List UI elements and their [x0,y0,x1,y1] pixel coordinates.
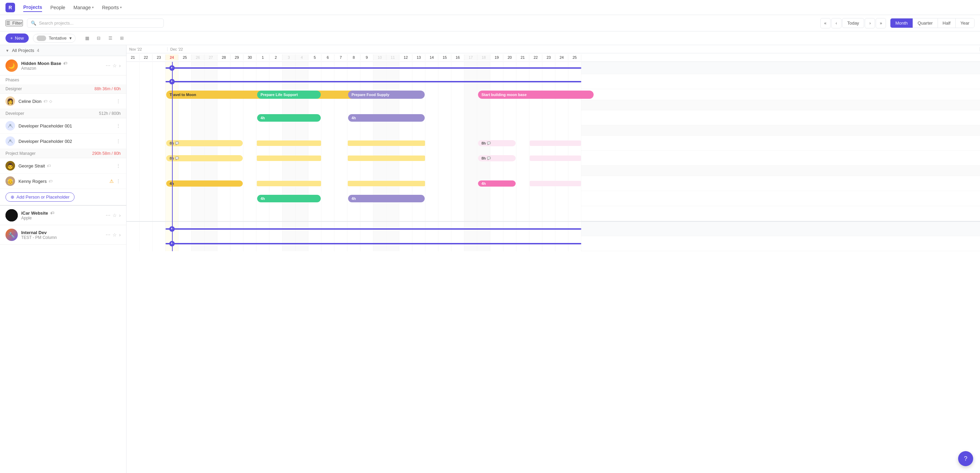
filter-button[interactable]: ☰ Filter [5,20,23,26]
project-row-hidden-moon-base[interactable]: 🌙 Hidden Moon Base 🏷 Amazon ⋯ ☆ › [0,56,126,76]
tab-quarter[interactable]: Quarter [913,19,938,28]
gantt-row: ⚑ [127,62,980,74]
section-designer: Designer 88h 36m / 60h [0,84,126,94]
new-button[interactable]: + New [5,33,29,43]
gantt-row: ⚑ [127,236,980,251]
person-name-dev001: Developer Placeholder 001 [19,123,116,129]
more-icon-george[interactable]: ⋮ [116,163,121,168]
person-name-george: George Strait 🏷 [19,163,116,168]
expand-icon-moon[interactable]: › [119,63,121,68]
day-cell: 2 [269,54,282,60]
expand-icon-icar[interactable]: › [119,213,121,218]
tab-month[interactable]: Month [891,19,913,28]
day-cell: 23 [542,54,555,60]
project-row-icar[interactable]: iCar Website 🏷 Apple ⋯ ☆ › [0,205,126,225]
more-icon-celine[interactable]: ⋮ [116,98,121,104]
person-avatar-kenny: 👴 [5,176,15,186]
nav-reports[interactable]: Reports ▾ [102,3,122,12]
grid-view-icon[interactable]: ⊞ [117,33,127,43]
more-icon-dev001[interactable]: ⋮ [116,123,121,129]
day-cell: 8 [347,54,360,60]
nav-people[interactable]: People [50,3,65,12]
second-toolbar: + New Tentative ▾ ▦ ⊟ ☰ ⊞ [0,32,980,45]
person-row-kenny[interactable]: 👴 Kenny Rogers 🏷 ⚠ ⋮ [0,174,126,189]
project-avatar-moon: 🌙 [5,59,18,72]
day-cell: 26 [191,54,204,60]
logo[interactable]: R [5,3,15,12]
gantt-rows: ⚑ ⚑ Travel to MoonPrepare Life SupportPr… [127,62,980,251]
day-cell: 3 [282,54,296,60]
more-icon-kenny[interactable]: ⋮ [116,178,121,184]
day-cell: 10 [374,54,387,60]
plus-circle-icon: ⊕ [11,194,14,200]
gantt-row [127,166,980,176]
star-icon-internal[interactable]: ☆ [113,232,117,238]
gantt-row [127,100,980,110]
tag-icon-icar: 🏷 [50,211,54,215]
day-cell: 11 [387,54,399,60]
person-row-dev001[interactable]: Developer Placeholder 001 ⋮ [0,118,126,133]
skip-back-button[interactable]: « [820,18,830,29]
tag-icon-george: 🏷 [47,164,51,168]
nav-manage[interactable]: Manage ▾ [73,3,94,12]
more-icon-icar[interactable]: ⋯ [106,213,110,218]
project-row-internal[interactable]: 🔧 Internal Dev TEST - PM Column ⋯ ☆ › [0,225,126,245]
search-box[interactable]: 🔍 Search projects... [27,19,164,28]
list-view-icon[interactable]: ☰ [106,33,115,43]
day-cell: 24 [165,54,178,60]
person-row-celine[interactable]: 👩 Celine Dion 🏷 ◇ ⋮ [0,94,126,109]
tab-half[interactable]: Half [938,19,956,28]
star-icon-icar[interactable]: ☆ [113,213,117,218]
person-row-dev002[interactable]: Developer Placeholder 002 ⋮ [0,133,126,149]
project-name-icar: iCar Website 🏷 [21,211,106,216]
search-icon: 🔍 [31,21,36,25]
day-cell: 5 [309,54,321,60]
main-content: ▼ All Projects 4 🌙 Hidden Moon Base 🏷 Am… [0,45,980,473]
tentative-toggle[interactable]: Tentative ▾ [33,34,76,43]
person-avatar-celine: 👩 [5,96,15,106]
days-row: 2122232425262728293012345678910111213141… [127,53,980,62]
next-button[interactable]: › [865,18,875,29]
day-cell: 29 [231,54,243,60]
day-cell: 21 [516,54,529,60]
project-name-moon: Hidden Moon Base 🏷 [21,61,106,66]
nav-projects[interactable]: Projects [23,3,42,12]
tag-icon-moon: 🏷 [63,61,67,65]
project-client-moon: Amazon [21,66,106,71]
add-person-button[interactable]: ⊕ Add Person or Placeholder [5,192,75,202]
gantt-header: Nov '22 Dec '22 212223242526272829301234… [127,45,980,62]
project-avatar-icar [5,209,18,221]
filter-icon: ☰ [6,21,10,25]
more-icon-moon[interactable]: ⋯ [106,63,110,68]
view-tabs: Month Quarter Half Year [890,18,975,28]
prev-button[interactable]: ‹ [831,18,842,29]
day-cell: 9 [360,54,374,60]
gantt-row: 4h4h [127,176,980,191]
today-button[interactable]: Today [842,18,864,28]
timeline-nav: « ‹ Today › » [820,18,886,29]
toggle-switch[interactable] [37,35,46,41]
star-icon-moon[interactable]: ☆ [113,63,117,68]
toolbar: ☰ Filter 🔍 Search projects... « ‹ Today … [0,15,980,32]
person-name-dev002: Developer Placeholder 002 [19,139,116,144]
tab-year[interactable]: Year [956,19,974,28]
project-info-moon: Hidden Moon Base 🏷 Amazon [21,61,106,71]
skip-forward-button[interactable]: » [876,18,886,29]
more-icon-internal[interactable]: ⋯ [106,232,110,238]
expand-icon-internal[interactable]: › [119,232,121,238]
person-actions-george: ⋮ [116,163,121,168]
toggle-view-icon[interactable]: ⊟ [94,33,103,43]
day-cell: 25 [568,54,581,60]
person-row-george[interactable]: 👨 George Strait 🏷 ⋮ [0,158,126,174]
person-actions-dev001: ⋮ [116,123,121,129]
project-client-internal: TEST - PM Column [21,235,106,240]
help-button[interactable]: ? [958,451,973,466]
diamond-icon-celine: ◇ [49,99,52,103]
bar-chart-view-icon[interactable]: ▦ [83,33,92,43]
collapse-icon[interactable]: ▼ [5,49,9,52]
day-cell: 28 [218,54,231,60]
more-icon-dev002[interactable]: ⋮ [116,138,121,144]
day-cell: 12 [399,54,412,60]
nov-label: Nov '22 [127,47,167,51]
all-projects-row[interactable]: ▼ All Projects 4 [0,45,126,56]
